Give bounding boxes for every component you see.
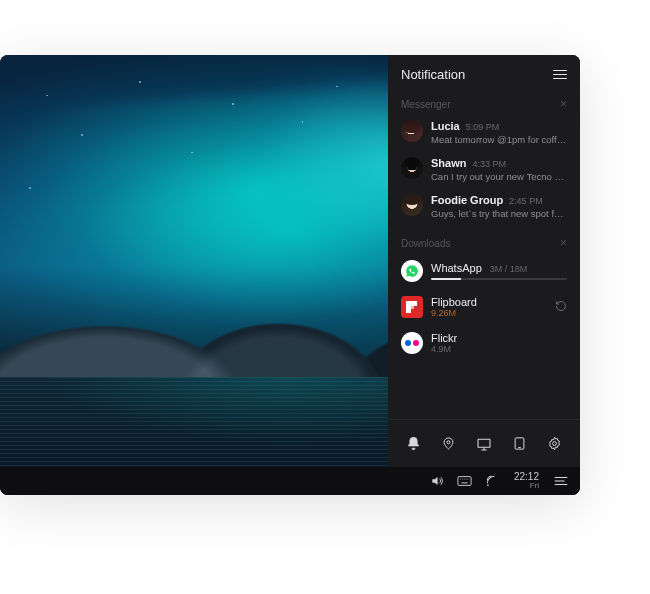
download-item[interactable]: WhatsApp 3M / 18M bbox=[388, 253, 580, 289]
svg-rect-5 bbox=[458, 477, 471, 486]
tray-menu-icon[interactable] bbox=[554, 475, 568, 487]
taskbar: 22:12 Fri bbox=[0, 467, 580, 495]
panel-header: Notification bbox=[388, 55, 580, 92]
message-time: 5:09 PM bbox=[466, 122, 500, 132]
message-sender: Lucia bbox=[431, 120, 460, 132]
avatar bbox=[401, 157, 423, 179]
message-item[interactable]: Foodie Group 2:45 PM Guys, let`s try tha… bbox=[388, 188, 580, 225]
quick-display-icon[interactable] bbox=[470, 430, 498, 458]
quick-bell-icon[interactable] bbox=[400, 430, 428, 458]
download-progress bbox=[431, 278, 567, 280]
svg-point-0 bbox=[447, 441, 450, 444]
message-preview: Meat tomorrow @1pm for coffee? bbox=[431, 134, 567, 145]
download-name: Flickr bbox=[431, 332, 567, 344]
flipboard-icon bbox=[401, 296, 423, 318]
download-meta: 3M / 18M bbox=[490, 264, 528, 274]
download-name: Flipboard bbox=[431, 296, 547, 308]
section-clear-downloads[interactable]: × bbox=[560, 237, 567, 249]
taskbar-clock[interactable]: 22:12 Fri bbox=[514, 472, 539, 490]
avatar bbox=[401, 120, 423, 142]
quick-tablet-icon[interactable] bbox=[505, 430, 533, 458]
clock-day: Fri bbox=[530, 482, 539, 490]
section-header-messenger: Messenger × bbox=[388, 92, 580, 114]
tray-keyboard-icon[interactable] bbox=[457, 475, 472, 487]
message-time: 2:45 PM bbox=[509, 196, 543, 206]
whatsapp-icon bbox=[401, 260, 423, 282]
message-preview: Can I try out your new Tecno Remix tab..… bbox=[431, 171, 567, 182]
message-time: 4:33 PM bbox=[472, 159, 506, 169]
tray-volume-icon[interactable] bbox=[430, 474, 444, 488]
message-sender: Shawn bbox=[431, 157, 466, 169]
quick-actions bbox=[388, 419, 580, 467]
tray-wifi-icon[interactable] bbox=[485, 474, 499, 488]
svg-rect-1 bbox=[478, 439, 490, 447]
svg-point-4 bbox=[552, 442, 556, 446]
message-preview: Guys, let`s try that new spot for dinner… bbox=[431, 208, 567, 219]
message-item[interactable]: Lucia 5:09 PM Meat tomorrow @1pm for cof… bbox=[388, 114, 580, 151]
quick-settings-icon[interactable] bbox=[540, 430, 568, 458]
quick-location-icon[interactable] bbox=[435, 430, 463, 458]
flickr-icon bbox=[401, 332, 423, 354]
download-item[interactable]: Flipboard 9.26M bbox=[388, 289, 580, 325]
download-meta: 4.9M bbox=[431, 344, 567, 354]
download-meta: 9.26M bbox=[431, 308, 547, 318]
notification-panel: Notification Messenger × Lucia 5:09 PM M… bbox=[388, 55, 580, 467]
avatar bbox=[401, 194, 423, 216]
section-label: Downloads bbox=[401, 238, 450, 249]
section-label: Messenger bbox=[401, 99, 450, 110]
desktop-window: Notification Messenger × Lucia 5:09 PM M… bbox=[0, 55, 580, 495]
message-item[interactable]: Shawn 4:33 PM Can I try out your new Tec… bbox=[388, 151, 580, 188]
panel-menu-icon[interactable] bbox=[553, 70, 567, 80]
panel-title: Notification bbox=[401, 67, 465, 82]
retry-icon[interactable] bbox=[555, 300, 567, 314]
section-header-downloads: Downloads × bbox=[388, 231, 580, 253]
message-sender: Foodie Group bbox=[431, 194, 503, 206]
svg-point-12 bbox=[487, 484, 489, 486]
download-name: WhatsApp bbox=[431, 262, 482, 274]
download-item[interactable]: Flickr 4.9M bbox=[388, 325, 580, 361]
section-clear-messenger[interactable]: × bbox=[560, 98, 567, 110]
